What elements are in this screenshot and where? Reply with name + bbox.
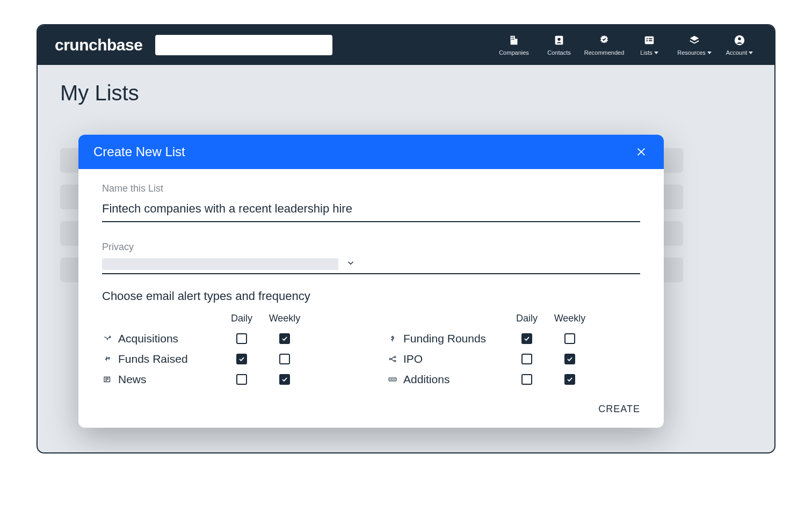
svg-point-22: [394, 360, 396, 362]
chevron-down-icon: [654, 52, 658, 54]
privacy-value-bar: [102, 258, 338, 270]
svg-point-7: [557, 38, 561, 41]
modal-title: Create New List: [93, 144, 634, 159]
svg-point-14: [738, 38, 741, 41]
account-icon: [734, 34, 745, 49]
checkbox-funding-rounds-daily[interactable]: [521, 333, 532, 344]
svg-rect-1: [515, 39, 518, 45]
svg-rect-10: [649, 38, 652, 39]
close-icon: [635, 146, 647, 158]
merge-icon: [102, 333, 113, 344]
nav-items: CompaniesContactsRecommendedListsResourc…: [495, 34, 758, 56]
network-icon: [387, 354, 398, 364]
create-list-modal: Create New List Name this List Privacy: [78, 135, 664, 428]
nav-resources[interactable]: Resources: [676, 34, 713, 56]
alert-row-additions: NEWAdditions: [387, 369, 640, 390]
checkbox-acquisitions-daily[interactable]: [236, 333, 247, 344]
alert-row-acquisitions: Acquisitions: [102, 328, 355, 349]
nav-companies[interactable]: Companies: [495, 34, 533, 56]
alert-label: NEWAdditions: [387, 373, 505, 386]
svg-point-20: [389, 358, 391, 360]
weekly-header: Weekly: [263, 313, 306, 324]
svg-point-21: [394, 356, 396, 358]
topbar: crunchbase CompaniesContactsRecommendedL…: [38, 25, 774, 65]
alert-label: News: [102, 373, 220, 386]
alerts-col-right: DailyWeeklyFunding RoundsIPONEWAdditions: [387, 313, 640, 390]
nav-label: Contacts: [547, 49, 570, 56]
dollar-icon: [387, 333, 398, 344]
svg-rect-4: [511, 39, 512, 40]
alerts-grid: DailyWeeklyAcquisitionsFunds RaisedNews …: [102, 313, 640, 390]
alerts-col-left: DailyWeeklyAcquisitionsFunds RaisedNews: [102, 313, 355, 390]
app-window: crunchbase CompaniesContactsRecommendedL…: [37, 24, 775, 453]
page-title: My Lists: [60, 81, 755, 105]
nav-label: Companies: [499, 49, 529, 56]
checkbox-funds-raised-daily[interactable]: [236, 354, 247, 364]
alert-label: Funding Rounds: [387, 332, 505, 345]
nav-lists[interactable]: Lists: [630, 34, 668, 56]
list-icon: [643, 34, 655, 49]
checkbox-news-daily[interactable]: [236, 374, 247, 385]
alert-row-ipo: IPO: [387, 349, 640, 369]
alert-label: Acquisitions: [102, 332, 220, 345]
alert-label: Funds Raised: [102, 353, 220, 365]
checkbox-additions-weekly[interactable]: [564, 374, 575, 385]
svg-rect-2: [511, 37, 512, 38]
news-icon: [102, 374, 113, 385]
nav-account[interactable]: Account: [721, 34, 758, 56]
layers-icon: [688, 34, 700, 49]
chevron-down-icon: [346, 258, 356, 270]
daily-header: Daily: [505, 313, 548, 324]
nav-label: Account: [726, 49, 748, 56]
search-input[interactable]: [155, 35, 332, 55]
brand-logo: crunchbase: [55, 36, 142, 54]
modal-header: Create New List: [78, 135, 664, 169]
name-label: Name this List: [102, 183, 640, 194]
list-name-input[interactable]: [102, 200, 640, 222]
nav-recommended[interactable]: Recommended: [585, 34, 623, 56]
alert-row-funding-rounds: Funding Rounds: [387, 328, 640, 349]
dollar-up-icon: [102, 354, 113, 364]
privacy-select[interactable]: [102, 258, 640, 274]
svg-text:NEW: NEW: [390, 378, 396, 381]
privacy-label: Privacy: [102, 241, 640, 253]
nav-contacts[interactable]: Contacts: [540, 34, 578, 56]
svg-rect-11: [647, 40, 648, 41]
checkbox-additions-daily[interactable]: [521, 374, 532, 385]
new-icon: NEW: [387, 374, 398, 385]
daily-header: Daily: [220, 313, 263, 324]
building-icon: [508, 34, 520, 49]
alert-row-funds-raised: Funds Raised: [102, 349, 355, 369]
checkbox-funding-rounds-weekly[interactable]: [564, 333, 575, 344]
alert-row-news: News: [102, 369, 355, 390]
svg-rect-5: [513, 39, 514, 40]
page-area: My Lists Create New List Name this List …: [38, 65, 774, 452]
svg-rect-9: [647, 38, 648, 39]
create-button[interactable]: CREATE: [598, 404, 640, 415]
modal-body: Name this List Privacy Choose email aler…: [78, 169, 664, 399]
alerts-heading: Choose email alert types and frequency: [102, 289, 640, 303]
contact-icon: [553, 34, 565, 49]
modal-footer: CREATE: [78, 399, 664, 428]
checkbox-ipo-daily[interactable]: [521, 354, 532, 364]
chevron-down-icon: [707, 52, 712, 54]
checkbox-news-weekly[interactable]: [279, 374, 290, 385]
nav-label: Resources: [677, 49, 706, 56]
checkbox-funds-raised-weekly[interactable]: [279, 354, 290, 364]
svg-rect-12: [649, 40, 652, 41]
nav-label: Recommended: [584, 49, 625, 56]
alert-label: IPO: [387, 353, 505, 365]
chevron-down-icon: [749, 52, 753, 54]
privacy-field: Privacy: [102, 241, 640, 274]
nav-label: Lists: [640, 49, 653, 56]
checkbox-ipo-weekly[interactable]: [564, 354, 575, 364]
svg-rect-0: [511, 36, 515, 45]
weekly-header: Weekly: [548, 313, 591, 324]
svg-rect-3: [513, 37, 514, 38]
close-button[interactable]: [634, 144, 649, 159]
checkbox-acquisitions-weekly[interactable]: [279, 333, 290, 344]
badge-icon: [598, 34, 610, 49]
